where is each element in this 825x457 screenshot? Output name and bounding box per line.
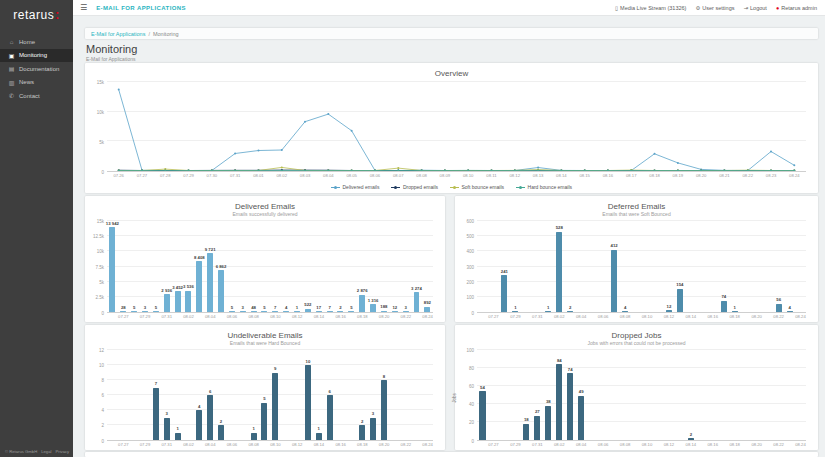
- y-axis-tick-label: 0: [471, 439, 474, 444]
- bar-slot: 2: [216, 350, 227, 440]
- bar-slot: 1: [248, 350, 259, 440]
- bar-value-label: 2 936: [161, 288, 172, 293]
- y-axis-tick-label: 10: [99, 363, 104, 368]
- sidebar-item-home[interactable]: ⌂ Home: [0, 35, 73, 49]
- legal-link[interactable]: Legal: [41, 449, 51, 454]
- y-axis: 05k10k15k: [91, 82, 107, 172]
- bar-slot: [642, 350, 653, 440]
- bar-slot: [237, 350, 248, 440]
- chart-title: Deferred Emails: [455, 202, 818, 211]
- bar: [512, 311, 518, 312]
- x-axis-tick-label: 08.03: [300, 173, 310, 178]
- app-title[interactable]: E-MAIL FOR APPLICATIONS: [96, 5, 186, 11]
- bar-value-label: 84: [557, 358, 562, 363]
- x-axis-tick-label: 08.13: [533, 173, 543, 178]
- bar-value-label: 48: [251, 305, 256, 310]
- bar: [556, 364, 562, 440]
- plot-row: 024681012 07.2707.2907.3108.0208.0408.06…: [85, 346, 445, 450]
- bar: [305, 365, 311, 440]
- bar-value-label: 1: [514, 305, 516, 310]
- main-content: E-Mail for Applications / Monitoring Mon…: [73, 16, 825, 457]
- delivered-emails-chart-card: Delivered Emails Emails successfully del…: [85, 196, 445, 322]
- bar-value-label: 528: [556, 225, 563, 230]
- plot-row: 0100200300400500600 07.2707.2907.3108.02…: [455, 217, 818, 322]
- logout-button[interactable]: ⇥ Logout: [743, 5, 766, 11]
- bar-slot: [292, 350, 303, 440]
- bar-slot: 56: [773, 221, 784, 312]
- sidebar-item-news[interactable]: ▥ News: [0, 76, 73, 90]
- x-axis-tick-label: 07.31: [230, 173, 240, 178]
- x-axis-tick-label: 07.31: [162, 442, 172, 447]
- bar-value-label: 5: [155, 305, 157, 310]
- breadcrumb: E-Mail for Applications / Monitoring: [85, 28, 818, 39]
- sidebar-item-monitoring[interactable]: ▣ Monitoring: [0, 49, 73, 63]
- y-axis-tick-label: 7.5k: [95, 265, 104, 270]
- sidebar-item-label: Monitoring: [19, 52, 47, 58]
- admin-menu[interactable]: ● Retarus admin: [776, 5, 817, 11]
- bars: 13 942285352 9363 4523 5368 4089 7216 86…: [107, 221, 433, 312]
- legend-item[interactable]: Soft bounce emails: [450, 184, 504, 190]
- x-axis-tick-label: 08.06: [227, 442, 237, 447]
- y-axis-tick-label: 2.5k: [95, 295, 104, 300]
- bar: [414, 292, 420, 312]
- chart-title: Dropped Jobs: [455, 331, 818, 340]
- y-axis-tick-label: 2: [101, 423, 104, 428]
- user-settings-button[interactable]: ⚙ User settings: [695, 5, 734, 11]
- plot-area: 07.2607.2707.2807.2907.3007.3108.0108.02…: [107, 82, 806, 172]
- y-axis-tick-label: 80: [469, 366, 474, 371]
- bar-slot: [663, 350, 674, 440]
- x-axis-tick-label: 08.04: [205, 314, 215, 319]
- bar-value-label: 38: [546, 399, 551, 404]
- logout-icon: ⇥: [743, 5, 748, 11]
- bar-slot: [183, 350, 194, 440]
- dropped-jobs-chart-card: Dropped Jobs Jobs with errors that could…: [455, 325, 818, 450]
- stream-selector[interactable]: ▯ Media Live Stream (31326): [615, 5, 686, 11]
- x-axis-tick-label: 08.02: [277, 173, 287, 178]
- x-axis-tick-label: 08.14: [686, 442, 696, 447]
- chart-legend: Delivered emailsDropped emailsSoft bounc…: [85, 181, 818, 193]
- sidebar-item-documentation[interactable]: ▤ Documentation: [0, 62, 73, 76]
- x-axis-tick-label: 08.20: [379, 442, 389, 447]
- y-axis-tick-label: 100: [466, 295, 474, 300]
- x-axis-tick-label: 08.20: [696, 173, 706, 178]
- undeliverable-emails-chart-card: Undeliverable Emails Emails that were Ha…: [85, 325, 445, 450]
- legend-item[interactable]: Delivered emails: [331, 184, 379, 190]
- bar-value-label: 12: [667, 304, 672, 309]
- book-icon: ▤: [8, 65, 15, 72]
- bar-value-label: 12: [392, 305, 397, 310]
- y-axis-tick-label: 600: [466, 219, 474, 224]
- legend-label: Soft bounce emails: [462, 184, 505, 190]
- bar: [545, 311, 551, 312]
- bar-slot: 28: [118, 221, 129, 312]
- bar-slot: [642, 221, 653, 312]
- privacy-link[interactable]: Privacy: [55, 449, 69, 454]
- bar-value-label: 74: [721, 294, 726, 299]
- bar-slot: [129, 350, 140, 440]
- partial-next-card: [85, 452, 818, 457]
- bar-value-label: 3 452: [172, 285, 183, 290]
- bar-value-label: 2 876: [357, 288, 368, 293]
- menu-icon[interactable]: ☰: [80, 3, 87, 12]
- x-axis-tick-label: 07.31: [162, 314, 172, 319]
- bar: [523, 424, 529, 440]
- x-axis-tick-label: 07.29: [183, 173, 193, 178]
- bar-slot: [488, 350, 499, 440]
- x-axis-tick-label: 08.12: [292, 314, 302, 319]
- bar-slot: 74: [718, 221, 729, 312]
- y-axis: 024681012: [91, 350, 107, 441]
- x-axis-tick-label: 08.22: [401, 314, 411, 319]
- bar-slot: [653, 350, 664, 440]
- device-icon: ▯: [615, 5, 618, 11]
- legend-item[interactable]: Hard bounce emails: [516, 184, 572, 190]
- legend-item[interactable]: Dropped emails: [391, 184, 438, 190]
- breadcrumb-parent-link[interactable]: E-Mail for Applications: [91, 31, 145, 37]
- bar-value-label: 1: [252, 426, 254, 431]
- bar: [327, 395, 333, 440]
- sidebar-item-contact[interactable]: ✆ Contact: [0, 89, 73, 103]
- x-axis-tick-label: 08.02: [183, 314, 193, 319]
- bar: [207, 395, 213, 440]
- bar-slot: 2: [565, 221, 576, 312]
- bar: [185, 291, 191, 312]
- bar-value-label: 7: [274, 305, 276, 310]
- y-axis-tick-label: 15k: [97, 80, 104, 85]
